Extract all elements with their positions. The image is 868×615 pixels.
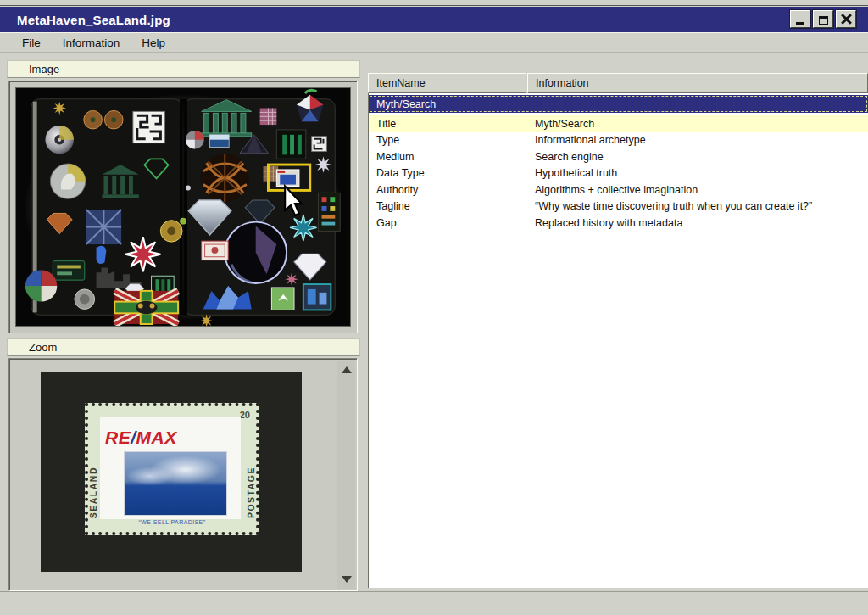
row-value: Replaced history with metadata: [527, 217, 868, 229]
row-name: Type: [369, 134, 527, 146]
stamp-denomination: 20: [240, 410, 250, 420]
window-title: MetaHaven_SeaLand.jpg: [0, 13, 170, 27]
window-controls: [790, 10, 856, 28]
sealand-stamp: 20 SEALAND POSTAGE RE/MAX “WE SELL PARAD…: [85, 403, 259, 535]
table-row[interactable]: Tagline “Why waste time discovering trut…: [369, 198, 868, 215]
row-value: “Why waste time discovering truth when y…: [527, 200, 868, 212]
table-row[interactable]: Authority Algorithms + collective imagin…: [369, 182, 868, 198]
row-value: Hypothetical truth: [527, 167, 868, 179]
row-value: Informational archetype: [527, 134, 868, 146]
zoom-panel: 20 SEALAND POSTAGE RE/MAX “WE SELL PARAD…: [8, 358, 358, 591]
image-panel: [8, 81, 358, 333]
book-spread-illustration: [16, 88, 350, 326]
row-name: Gap: [369, 217, 527, 229]
stamp-inner: RE/MAX “WE SELL PARADISE”: [100, 417, 241, 519]
zoom-scrollbar[interactable]: [337, 361, 355, 589]
information-list: Myth/Search Title Myth/Search Type Infor…: [368, 93, 868, 588]
close-icon: [841, 14, 852, 24]
selected-sticker: [276, 170, 299, 187]
row-value: Algorithms + collective imagination: [527, 184, 868, 196]
row-name: Medium: [369, 151, 527, 163]
scroll-up-button[interactable]: [337, 361, 355, 379]
zoom-panel-label: Zoom: [7, 338, 360, 356]
stamp-backdrop: 20 SEALAND POSTAGE RE/MAX “WE SELL PARAD…: [41, 372, 302, 572]
image-panel-label: Image: [7, 60, 360, 78]
menubar: File Information Help: [0, 32, 868, 53]
minimize-button[interactable]: [790, 10, 810, 28]
status-bar: [0, 591, 868, 615]
minimize-icon: [796, 22, 804, 25]
table-header: ItemName Information: [368, 73, 868, 93]
scroll-down-button[interactable]: [337, 570, 355, 589]
menu-help[interactable]: Help: [142, 36, 165, 49]
close-button[interactable]: [836, 10, 856, 28]
stamp-postage-text: POSTAGE: [246, 467, 256, 518]
row-name: Tagline: [369, 200, 527, 212]
maximize-icon: [819, 16, 828, 25]
table-row[interactable]: Gap Replaced history with metadata: [369, 215, 868, 232]
row-name: Data Type: [369, 167, 527, 179]
stamp-caption: “WE SELL PARADISE”: [108, 519, 236, 525]
scroll-down-icon: [342, 576, 352, 583]
menu-file[interactable]: File: [22, 36, 41, 49]
remax-logo: RE/MAX: [105, 428, 177, 448]
ocean-photo: [124, 451, 227, 516]
table-row[interactable]: Medium Search engine: [369, 148, 868, 165]
column-header-itemname[interactable]: ItemName: [368, 73, 526, 93]
row-value: Myth/Search: [527, 118, 868, 130]
table-row[interactable]: Title Myth/Search: [369, 115, 868, 132]
scroll-up-icon: [342, 366, 352, 373]
selected-item-row[interactable]: Myth/Search: [369, 95, 868, 113]
titlebar[interactable]: MetaHaven_SeaLand.jpg: [0, 7, 868, 32]
table-row[interactable]: Type Informational archetype: [369, 132, 868, 149]
maximize-button[interactable]: [813, 10, 833, 28]
row-name: Title: [369, 118, 527, 130]
app-window: MetaHaven_SeaLand.jpg File Information H…: [0, 0, 868, 615]
window-top-edge: [0, 0, 868, 6]
row-value: Search engine: [527, 151, 868, 163]
book-spread-photo[interactable]: [15, 87, 351, 327]
menu-information[interactable]: Information: [63, 36, 120, 49]
stamp-country-text: SEALAND: [88, 467, 98, 518]
row-name: Authority: [369, 184, 527, 196]
column-header-information[interactable]: Information: [527, 73, 868, 93]
table-row[interactable]: Data Type Hypothetical truth: [369, 165, 868, 182]
